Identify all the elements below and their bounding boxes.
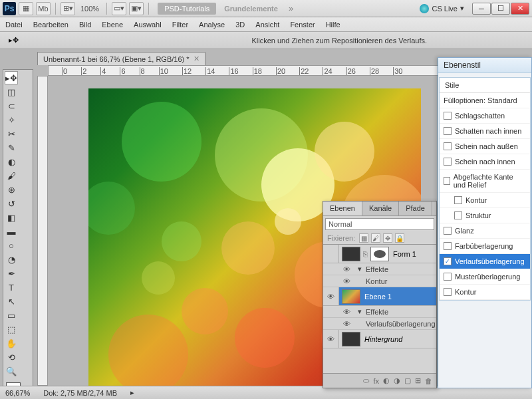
visibility-icon[interactable]: 👁 [343,265,354,273]
style-musterueberlagerung[interactable]: Musterüberlagerung [440,269,530,285]
blur-tool[interactable]: ○ [5,239,18,252]
ruler-vertical [37,76,48,386]
gradient-tool[interactable]: ▬ [5,225,18,238]
new-layer-icon[interactable]: ⊞ [415,376,421,385]
clone-stamp-tool[interactable]: ⊛ [5,183,18,196]
style-verlaufsueberlagerung[interactable]: ✓Verlaufsüberlagerung [440,254,530,269]
status-doc-size[interactable]: Dok: 2,75 MB/2,74 MB [43,389,117,397]
workspace-grundelemente[interactable]: Grundelemente [219,3,283,15]
screen-mode-icon[interactable]: ▣▾ [129,2,144,15]
menu-filter[interactable]: Filter [172,21,188,29]
cs-live-button[interactable]: CS Live▾ [420,4,464,13]
layer-ebene1[interactable]: 👁 Ebene 1 [323,287,436,306]
menu-ansicht[interactable]: Ansicht [255,21,279,29]
crop-tool[interactable]: ✂ [5,127,18,140]
rotate-view-tool[interactable]: ⟲ [5,350,18,364]
toolbox: ▸✥ ◫ ⊂ ✧ ✂ ✎ ◐ 🖌 ⊛ ↺ ◧ ▬ ○ ◔ ✒ T ↖ ▭ ⬚ ✋… [3,69,33,399]
lock-pixels-icon[interactable]: 🖌 [371,233,380,243]
cslive-icon [420,4,429,13]
view-extras-icon[interactable]: ⊞▾ [61,2,75,15]
styles-header[interactable]: Stile [440,78,530,93]
document-tab[interactable]: Unbenannt-1 bei 66,7% (Ebene 1, RGB/16) … [37,52,205,65]
magic-wand-tool[interactable]: ✧ [5,113,18,126]
menu-fenster[interactable]: Fenster [290,21,315,29]
layer-mask-icon[interactable]: ◐ [383,376,390,385]
window-maximize-button[interactable]: ☐ [491,3,510,15]
workspace-psd-tutorials[interactable]: PSD-Tutorials [158,3,216,15]
menu-auswahl[interactable]: Auswahl [134,21,162,29]
healing-brush-tool[interactable]: ◐ [5,155,18,168]
style-schein-aussen[interactable]: Schein nach außen [440,139,530,154]
photoshop-icon: Ps [3,2,16,15]
menu-analyse[interactable]: Analyse [199,21,225,29]
layers-panel-footer: ⬭ fx ◐ ◑ ▢ ⊞ 🗑 [323,373,436,388]
lock-position-icon[interactable]: ✥ [383,233,392,243]
group-icon[interactable]: ▢ [404,376,411,385]
visibility-icon[interactable] [323,245,339,263]
link-layers-icon[interactable]: ⬭ [363,376,369,385]
style-schein-innen[interactable]: Schein nach innen [440,154,530,170]
window-close-button[interactable]: ✕ [511,3,529,15]
layer-form1[interactable]: ⎘ Form 1 [323,245,436,263]
move-tool[interactable]: ▸✥ [5,71,18,84]
style-kontur[interactable]: Kontur [440,285,530,300]
style-kontur-sub[interactable]: Kontur [440,193,530,208]
menu-bild[interactable]: Bild [79,21,91,29]
shape-tool[interactable]: ▭ [5,309,18,322]
marquee-tool[interactable]: ◫ [5,85,18,98]
app-topbar: Ps ▦ Mb ⊞▾ 100% ▭▾ ▣▾ PSD-Tutorials Grun… [0,0,532,17]
type-tool[interactable]: T [5,281,18,294]
hand-tool[interactable]: ✋ [5,336,18,350]
style-struktur[interactable]: Struktur [440,208,530,223]
menu-ebene[interactable]: Ebene [102,21,123,29]
eyedropper-tool[interactable]: ✎ [5,141,18,154]
lock-transparency-icon[interactable]: ▦ [359,233,368,243]
path-selection-tool[interactable]: ↖ [5,295,18,308]
tab-pfade[interactable]: Pfade [399,201,432,215]
document-title: Unbenannt-1 bei 66,7% (Ebene 1, RGB/16) … [43,55,190,63]
eraser-tool[interactable]: ◧ [5,211,18,224]
workspace-more-icon[interactable]: » [286,3,296,13]
lasso-tool[interactable]: ⊂ [5,99,18,112]
blend-mode-select[interactable]: Normal [325,218,434,230]
style-glanz[interactable]: Glanz [440,223,530,239]
visibility-icon[interactable]: 👁 [323,287,339,305]
arrange-icon[interactable]: ▭▾ [112,2,126,15]
status-zoom[interactable]: 66,67% [5,389,30,397]
delete-layer-icon[interactable]: 🗑 [425,377,432,385]
layer-fx-icon[interactable]: fx [373,377,379,385]
layer-style-dialog: Ebenenstil Stile Fülloptionen: Standard … [438,57,532,388]
menu-datei[interactable]: Datei [5,21,23,29]
pen-tool[interactable]: ✒ [5,267,18,280]
lock-label: Fixieren: [327,234,355,242]
dialog-title: Ebenenstil [438,58,531,73]
adjustment-layer-icon[interactable]: ◑ [394,376,400,385]
zoom-tool[interactable]: 🔍 [5,364,18,378]
move-tool-indicator-icon: ▸✥ [5,35,21,47]
3d-tool[interactable]: ⬚ [5,323,18,336]
lock-all-icon[interactable]: 🔒 [395,233,404,243]
tab-kanaele[interactable]: Kanäle [362,201,399,215]
bridge-icon[interactable]: ▦ [19,2,33,15]
options-bar: ▸✥ Klicken und Ziehen zum Repositioniere… [0,32,532,49]
options-hint: Klicken und Ziehen zum Repositionieren d… [251,37,427,45]
menu-bearbeiten[interactable]: Bearbeiten [33,21,68,29]
history-brush-tool[interactable]: ↺ [5,197,18,210]
style-schatten-innen[interactable]: Schatten nach innen [440,124,530,139]
close-tab-icon[interactable]: ✕ [194,55,200,63]
dodge-tool[interactable]: ◔ [5,253,18,266]
menu-hilfe[interactable]: Hilfe [326,21,340,29]
visibility-icon[interactable]: 👁 [323,330,339,348]
zoom-level[interactable]: 100% [78,5,102,13]
style-farbueberlagerung[interactable]: Farbüberlagerung [440,239,530,254]
window-minimize-button[interactable]: ─ [472,3,491,15]
style-bevel[interactable]: Abgeflachte Kante und Relief [440,170,530,193]
layers-panel: Ebenen Kanäle Pfade Normal Fixieren: ▦ 🖌… [323,201,437,388]
minibridge-icon[interactable]: Mb [36,2,51,15]
style-schlagschatten[interactable]: Schlagschatten [440,108,530,124]
layer-hintergrund[interactable]: 👁 Hintergrund [323,330,436,348]
fill-options[interactable]: Fülloptionen: Standard [440,93,530,108]
tab-ebenen[interactable]: Ebenen [323,201,362,215]
brush-tool[interactable]: 🖌 [5,169,18,182]
menu-3d[interactable]: 3D [235,21,245,29]
